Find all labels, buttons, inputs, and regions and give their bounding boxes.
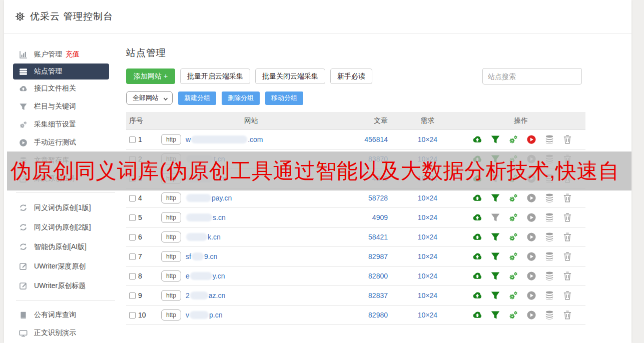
site-domain-link[interactable]: vp.cn bbox=[186, 311, 222, 319]
gears-icon[interactable] bbox=[508, 232, 518, 242]
gears-icon[interactable] bbox=[508, 134, 518, 144]
new-group-button[interactable]: 新建分组 bbox=[178, 92, 216, 105]
trash-icon[interactable] bbox=[562, 193, 572, 203]
sidebar-item-link[interactable]: 账户管理充值 bbox=[4, 46, 120, 64]
row-checkbox[interactable] bbox=[129, 254, 136, 260]
http-button[interactable]: http bbox=[161, 192, 181, 204]
col-header-demand: 需求 bbox=[399, 116, 456, 126]
filter-icon[interactable] bbox=[490, 271, 500, 281]
search-input[interactable] bbox=[482, 68, 582, 84]
row-checkbox[interactable] bbox=[129, 234, 136, 240]
sidebar-item-link[interactable]: 同义词伪原创[1版] bbox=[4, 198, 120, 218]
delete-group-button[interactable]: 删除分组 bbox=[222, 92, 260, 105]
cloud-upload-icon[interactable] bbox=[472, 252, 482, 262]
sidebar-item-link[interactable]: 智能伪原创[AI版] bbox=[4, 237, 120, 256]
sidebar-item-link[interactable]: 栏目与关键词 bbox=[4, 98, 120, 116]
play-icon[interactable] bbox=[526, 252, 536, 262]
filter-icon[interactable] bbox=[490, 252, 500, 262]
site-domain-link[interactable]: sf9.cn bbox=[186, 252, 217, 260]
cloud-upload-icon[interactable] bbox=[472, 134, 482, 144]
http-button[interactable]: http bbox=[161, 134, 181, 145]
filter-icon[interactable] bbox=[490, 134, 500, 144]
http-button[interactable]: http bbox=[161, 290, 181, 301]
censored-domain-blur bbox=[190, 292, 208, 300]
row-checkbox[interactable] bbox=[129, 214, 136, 221]
http-button[interactable]: http bbox=[161, 270, 181, 282]
sidebar-item-link[interactable]: UWriter原创标题 bbox=[4, 276, 120, 296]
play-icon[interactable] bbox=[526, 232, 536, 242]
http-button[interactable]: http bbox=[161, 212, 181, 223]
row-checkbox[interactable] bbox=[129, 273, 136, 280]
filter-icon[interactable] bbox=[490, 193, 500, 203]
sidebar-item-active[interactable]: 站点管理 bbox=[13, 64, 109, 80]
group-select[interactable]: 全部网站 bbox=[126, 91, 173, 105]
cloud-upload-icon[interactable] bbox=[472, 232, 482, 242]
database-icon[interactable] bbox=[544, 232, 554, 242]
gears-icon[interactable] bbox=[508, 290, 518, 300]
trash-icon[interactable] bbox=[562, 252, 572, 262]
trash-icon[interactable] bbox=[562, 310, 572, 320]
sidebar-item-link[interactable]: 公有词库查询 bbox=[4, 306, 120, 324]
sidebar-item-link[interactable]: UWriter深度原创 bbox=[4, 256, 120, 276]
trash-icon[interactable] bbox=[562, 232, 572, 242]
filter-icon[interactable] bbox=[490, 290, 500, 300]
move-group-button[interactable]: 移动分组 bbox=[265, 92, 303, 105]
add-site-button[interactable]: 添加网站 + bbox=[126, 68, 175, 84]
trash-icon[interactable] bbox=[562, 271, 572, 281]
batch-close-button[interactable]: 批量关闭云端采集 bbox=[255, 68, 325, 84]
play-icon[interactable] bbox=[526, 212, 536, 222]
cloud-upload-icon[interactable] bbox=[472, 193, 482, 203]
gears-icon[interactable] bbox=[508, 271, 518, 281]
sidebar-item-link[interactable]: 正文识别演示 bbox=[4, 324, 120, 342]
site-domain-link[interactable]: k.cn bbox=[186, 233, 221, 241]
database-icon[interactable] bbox=[544, 212, 554, 222]
database-icon[interactable] bbox=[544, 134, 554, 144]
cloud-upload-icon[interactable] bbox=[472, 290, 482, 300]
row-checkbox[interactable] bbox=[129, 136, 136, 143]
site-domain-link[interactable]: s.cn bbox=[186, 214, 226, 222]
demand-value: 10×24 bbox=[399, 194, 456, 202]
http-button[interactable]: http bbox=[161, 232, 181, 242]
row-checkbox[interactable] bbox=[129, 195, 136, 202]
row-checkbox[interactable] bbox=[129, 292, 136, 299]
database-icon[interactable] bbox=[544, 271, 554, 281]
play-icon[interactable] bbox=[526, 271, 536, 281]
site-domain-link[interactable]: pay.cn bbox=[186, 194, 232, 202]
recharge-link[interactable]: 充值 bbox=[66, 50, 80, 59]
site-domain-link[interactable]: ey.cn bbox=[186, 272, 225, 280]
database-icon[interactable] bbox=[544, 193, 554, 203]
play-icon[interactable] bbox=[526, 290, 536, 300]
batch-open-button[interactable]: 批量开启云端采集 bbox=[180, 68, 250, 84]
site-domain-link[interactable]: w.com bbox=[186, 136, 263, 144]
newbie-guide-button[interactable]: 新手必读 bbox=[330, 68, 372, 84]
gears-icon[interactable] bbox=[508, 310, 518, 320]
censored-domain-blur bbox=[186, 233, 207, 241]
play-icon[interactable] bbox=[526, 134, 536, 144]
filter-icon[interactable] bbox=[490, 232, 500, 242]
filter-icon[interactable] bbox=[490, 310, 500, 320]
sidebar-item-link[interactable]: 采集细节设置 bbox=[4, 116, 120, 134]
trash-icon[interactable] bbox=[562, 134, 572, 144]
sidebar-item-link[interactable]: 同义词伪原创[2版] bbox=[4, 218, 120, 237]
site-domain-link[interactable]: 2az.cn bbox=[186, 292, 225, 300]
cloud-upload-icon[interactable] bbox=[472, 271, 482, 281]
cloud-upload-icon[interactable] bbox=[472, 310, 482, 320]
database-icon[interactable] bbox=[544, 290, 554, 300]
database-icon[interactable] bbox=[544, 252, 554, 262]
sidebar-item-link[interactable]: 手动运行测试 bbox=[4, 134, 120, 152]
gears-icon[interactable] bbox=[508, 212, 518, 222]
row-checkbox[interactable] bbox=[129, 312, 136, 318]
cloud-upload-icon[interactable] bbox=[472, 212, 482, 222]
trash-icon[interactable] bbox=[562, 290, 572, 300]
gears-icon[interactable] bbox=[508, 252, 518, 262]
play-icon[interactable] bbox=[526, 310, 536, 320]
filter-icon[interactable] bbox=[490, 212, 500, 222]
trash-icon[interactable] bbox=[562, 212, 572, 222]
http-button[interactable]: http bbox=[161, 251, 181, 262]
sidebar-item-link[interactable]: 接口文件相关 bbox=[4, 80, 120, 98]
play-icon[interactable] bbox=[526, 193, 536, 203]
database-icon[interactable] bbox=[544, 310, 554, 320]
sidebar-item-label: UWriter原创标题 bbox=[34, 282, 86, 290]
http-button[interactable]: http bbox=[161, 310, 181, 320]
gears-icon[interactable] bbox=[508, 193, 518, 203]
